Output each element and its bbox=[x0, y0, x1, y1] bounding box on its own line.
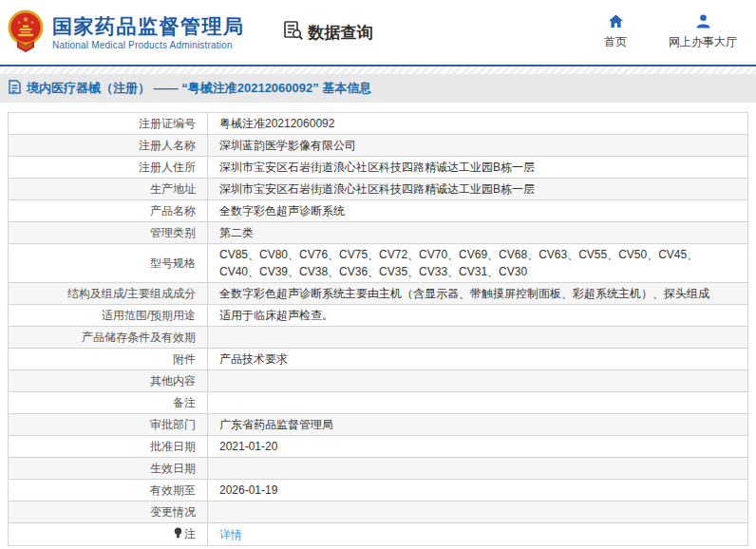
row-label: 注册人住所 bbox=[9, 157, 208, 179]
row-value: 广东省药品监督管理局 bbox=[208, 414, 748, 436]
row-value bbox=[208, 370, 748, 392]
row-label: 型号规格 bbox=[9, 244, 208, 283]
row-value: 产品技术要求 bbox=[208, 349, 748, 370]
row-value: CV85、CV80、CV76、CV75、CV72、CV70、CV69、CV68、… bbox=[208, 244, 748, 283]
document-icon bbox=[9, 80, 21, 97]
data-query-label: 数据查询 bbox=[309, 22, 373, 44]
row-label-text: 产品名称 bbox=[150, 204, 196, 218]
data-query-section[interactable]: 数据查询 bbox=[283, 20, 373, 46]
main-content: 注册证编号粤械注准20212060092注册人名称深圳蓝韵医学影像有限公司注册人… bbox=[0, 103, 756, 546]
table-row: 批准日期2021-01-20 bbox=[9, 436, 748, 458]
row-value: 全数字彩色超声诊断系统主要由主机（含显示器、带触摸屏控制面板、彩超系统主机）、探… bbox=[208, 283, 748, 305]
org-title-block: 国家药品监督管理局 National Medical Products Admi… bbox=[52, 15, 245, 50]
row-label: 生效日期 bbox=[9, 458, 208, 480]
table-row: 其他内容 bbox=[9, 370, 748, 392]
nav-item-label: 网上办事大厅 bbox=[669, 34, 737, 50]
svg-text:★: ★ bbox=[30, 20, 34, 25]
row-label-text: 型号规格 bbox=[150, 256, 196, 270]
home-icon bbox=[608, 14, 624, 31]
note-icon bbox=[174, 526, 182, 543]
person-icon bbox=[696, 14, 710, 31]
row-label: 管理类别 bbox=[9, 222, 208, 244]
breadcrumb: 境内医疗器械（注册） —— “粤械注准20212060092” 基本信息 bbox=[0, 74, 756, 103]
org-name-cn: 国家药品监督管理局 bbox=[52, 15, 245, 38]
row-value: 全数字彩色超声诊断系统 bbox=[208, 200, 748, 222]
row-value: 粤械注准20212060092 bbox=[208, 113, 748, 135]
svg-text:★: ★ bbox=[17, 20, 21, 25]
row-label: 注 bbox=[9, 523, 208, 546]
row-label: 产品名称 bbox=[9, 200, 208, 222]
table-row: 产品储存条件及有效期 bbox=[9, 327, 748, 349]
row-label: 产品储存条件及有效期 bbox=[9, 327, 208, 349]
row-label-text: 变更情况 bbox=[150, 505, 196, 519]
row-value: 2021-01-20 bbox=[208, 436, 748, 458]
row-value: 第二类 bbox=[208, 222, 748, 244]
row-label-text: 注册人住所 bbox=[139, 161, 196, 174]
row-label: 有效期至 bbox=[9, 480, 208, 502]
table-row: 注册人名称深圳蓝韵医学影像有限公司 bbox=[9, 135, 748, 157]
table-row: 变更情况 bbox=[9, 502, 748, 523]
breadcrumb-text: 境内医疗器械（注册） —— “粤械注准20212060092” 基本信息 bbox=[27, 80, 371, 97]
row-label: 结构及组成/主要组成成分 bbox=[9, 283, 208, 305]
nav-item-label: 首页 bbox=[604, 34, 627, 50]
row-value: 2026-01-19 bbox=[208, 480, 748, 502]
national-emblem-icon: ★ ★ ★ bbox=[8, 9, 44, 57]
row-label-text: 其他内容 bbox=[150, 374, 196, 388]
detail-link[interactable]: 详情 bbox=[219, 528, 242, 541]
org-name-en: National Medical Products Administration bbox=[52, 40, 245, 50]
nav-item-service-hall[interactable]: 网上办事大厅 bbox=[669, 14, 737, 50]
row-label-text: 附件 bbox=[173, 352, 196, 366]
row-label-text: 生产地址 bbox=[150, 182, 196, 196]
row-label: 其他内容 bbox=[9, 370, 208, 392]
svg-text:★: ★ bbox=[22, 15, 28, 24]
row-label: 适用范围/预期用途 bbox=[9, 305, 208, 327]
table-row: 生效日期 bbox=[9, 458, 748, 480]
table-row: 有效期至2026-01-19 bbox=[9, 480, 748, 502]
row-label-text: 适用范围/预期用途 bbox=[102, 309, 196, 322]
row-label: 附件 bbox=[9, 349, 208, 370]
table-row: 结构及组成/主要组成成分全数字彩色超声诊断系统主要由主机（含显示器、带触摸屏控制… bbox=[9, 283, 748, 305]
row-label-text: 注册人名称 bbox=[139, 139, 196, 152]
document-search-icon bbox=[283, 20, 304, 46]
table-row: 生产地址深圳市宝安区石岩街道浪心社区科技四路精诚达工业园B栋一层 bbox=[9, 179, 748, 200]
table-row: 适用范围/预期用途适用于临床超声检查。 bbox=[9, 305, 748, 327]
row-label-text: 管理类别 bbox=[150, 226, 196, 239]
row-value: 深圳市宝安区石岩街道浪心社区科技四路精诚达工业园B栋一层 bbox=[208, 179, 748, 200]
row-label-text: 注 bbox=[184, 527, 196, 540]
row-label-text: 产品储存条件及有效期 bbox=[82, 331, 196, 344]
table-row: 注详情 bbox=[9, 523, 748, 546]
row-label-text: 结构及组成/主要组成成分 bbox=[67, 287, 196, 300]
site-header: ★ ★ ★ 国家药品监督管理局 National Medical Product… bbox=[0, 0, 756, 65]
row-value: 详情 bbox=[208, 523, 748, 546]
row-label: 审批部门 bbox=[9, 414, 208, 436]
table-row: 型号规格CV85、CV80、CV76、CV75、CV72、CV70、CV69、C… bbox=[9, 244, 748, 283]
row-value bbox=[208, 392, 748, 414]
row-label-text: 有效期至 bbox=[150, 483, 196, 497]
row-label-text: 批准日期 bbox=[150, 440, 196, 453]
row-value bbox=[208, 327, 748, 349]
table-row: 产品名称全数字彩色超声诊断系统 bbox=[9, 200, 748, 222]
row-label-text: 审批部门 bbox=[150, 418, 196, 431]
hatch-strip bbox=[0, 66, 756, 74]
row-value: 深圳蓝韵医学影像有限公司 bbox=[208, 135, 748, 157]
table-row: 审批部门广东省药品监督管理局 bbox=[9, 414, 748, 436]
row-label: 批准日期 bbox=[9, 436, 208, 458]
row-label: 备注 bbox=[9, 392, 208, 414]
row-value bbox=[208, 502, 748, 523]
row-label-text: 备注 bbox=[173, 396, 196, 409]
row-value: 适用于临床超声检查。 bbox=[208, 305, 748, 327]
row-label: 注册证编号 bbox=[9, 113, 208, 135]
row-label: 变更情况 bbox=[9, 502, 208, 523]
table-row: 备注 bbox=[9, 392, 748, 414]
row-label-text: 注册证编号 bbox=[139, 117, 196, 130]
row-value bbox=[208, 458, 748, 480]
row-label-text: 生效日期 bbox=[150, 462, 196, 475]
table-row: 管理类别第二类 bbox=[9, 222, 748, 244]
table-row: 注册人住所深圳市宝安区石岩街道浪心社区科技四路精诚达工业园B栋一层 bbox=[9, 157, 748, 179]
info-table: 注册证编号粤械注准20212060092注册人名称深圳蓝韵医学影像有限公司注册人… bbox=[8, 112, 748, 546]
table-row: 附件产品技术要求 bbox=[9, 349, 748, 370]
row-label: 生产地址 bbox=[9, 179, 208, 200]
table-row: 注册证编号粤械注准20212060092 bbox=[9, 113, 748, 135]
row-value: 深圳市宝安区石岩街道浪心社区科技四路精诚达工业园B栋一层 bbox=[208, 157, 748, 179]
nav-item-home[interactable]: 首页 bbox=[604, 14, 627, 50]
